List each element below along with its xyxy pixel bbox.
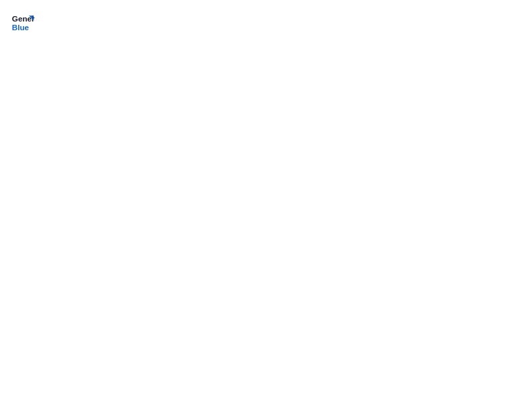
svg-text:General: General [12,14,35,23]
svg-text:Blue: Blue [12,23,30,32]
logo: General Blue [11,11,38,35]
page-header: General Blue [11,11,521,35]
logo-icon: General Blue [11,11,35,35]
